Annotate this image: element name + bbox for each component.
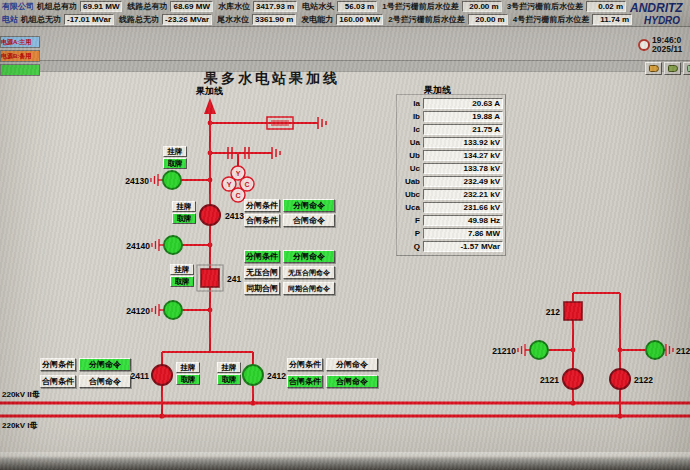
panel-label: F bbox=[399, 216, 423, 225]
metric-value: -17.01 MVar bbox=[64, 14, 114, 25]
close-command-2412[interactable]: 合闸命令 bbox=[326, 375, 378, 388]
panel-label: Ic bbox=[399, 125, 423, 134]
status-row-1: 有限公司 机组总有功 69.91 MW 线路总有功 68.69 MW 水库水位 … bbox=[0, 0, 690, 13]
untag-button-24130[interactable]: 取牌 bbox=[163, 158, 187, 169]
open-condition-2411[interactable]: 分闸条件 bbox=[40, 358, 76, 371]
panel-value: 7.86 MW bbox=[423, 228, 503, 239]
metric-label: 1号拦污栅前后水位差 bbox=[382, 1, 458, 12]
metric-value: 0.02 m bbox=[586, 1, 626, 12]
earth-switch-21210[interactable] bbox=[530, 341, 548, 359]
metric-label: 尾水水位 bbox=[217, 14, 249, 25]
label-2122: 2122 bbox=[634, 375, 653, 385]
earth-switch-21220[interactable] bbox=[646, 341, 664, 359]
open-condition-241[interactable]: 分闸条件 bbox=[244, 250, 280, 263]
earth-switch-24120[interactable] bbox=[164, 301, 182, 319]
earth-switch-24130[interactable] bbox=[163, 171, 181, 189]
panel-label: Q bbox=[399, 242, 423, 251]
svg-text:C: C bbox=[235, 192, 240, 199]
sync-close-condition-241[interactable]: 同期合闸 bbox=[244, 282, 280, 295]
open-command-2412[interactable]: 分闸命令 bbox=[326, 358, 378, 371]
open-condition-2413[interactable]: 分闸条件 bbox=[244, 199, 280, 212]
label-241: 241 bbox=[227, 274, 241, 284]
metric-label: 发电能力 bbox=[301, 14, 333, 25]
novolt-close-condition-241[interactable]: 无压合闸 bbox=[244, 266, 280, 279]
untag-button-241[interactable]: 取牌 bbox=[170, 276, 194, 287]
tag-button-2413[interactable]: 挂牌 bbox=[172, 201, 196, 212]
panel-row: Uab232.49 kV bbox=[399, 175, 503, 188]
metric-value: 69.91 MW bbox=[80, 1, 122, 12]
disconnector-2121[interactable] bbox=[563, 369, 583, 389]
panel-row: Ub134.27 kV bbox=[399, 149, 503, 162]
metric-label: 电站水头 bbox=[302, 1, 334, 12]
open-command-241[interactable]: 分闸命令 bbox=[283, 250, 335, 263]
panel-value: 49.98 Hz bbox=[423, 215, 503, 226]
panel-row: Uc133.78 kV bbox=[399, 162, 503, 175]
feeder-label: 果加线 bbox=[196, 85, 223, 98]
label-2121: 2121 bbox=[537, 375, 559, 385]
tag-button-2412[interactable]: 挂牌 bbox=[217, 362, 241, 373]
open-command-2413[interactable]: 分闸命令 bbox=[283, 199, 335, 212]
status-row-2: 电站 机组总无功 -17.01 MVar 线路总无功 -23.26 MVar 尾… bbox=[0, 13, 690, 26]
clock-icon bbox=[638, 39, 650, 51]
bus-ii-label: 220kV II母 bbox=[2, 389, 40, 400]
metric-label: 机组总有功 bbox=[37, 1, 77, 12]
panel-value: 133.92 kV bbox=[423, 137, 503, 148]
open-condition-2412[interactable]: 分闸条件 bbox=[287, 358, 323, 371]
untag-button-2413[interactable]: 取牌 bbox=[172, 213, 196, 224]
metric-label: 线路总无功 bbox=[119, 14, 159, 25]
label-24130: 24130 bbox=[119, 176, 149, 186]
label-21220: 21220 bbox=[676, 346, 690, 356]
sync-close-command-241[interactable]: 同期合闸命令 bbox=[283, 282, 335, 295]
untag-button-2412[interactable]: 取牌 bbox=[217, 374, 241, 385]
panel-value: 232.21 kV bbox=[423, 189, 503, 200]
panel-row: Uca231.66 kV bbox=[399, 201, 503, 214]
label-2412: 2412 bbox=[267, 371, 286, 381]
novolt-close-command-241[interactable]: 无压合闸命令 bbox=[283, 266, 335, 279]
status-bar: 有限公司 机组总有功 69.91 MW 线路总有功 68.69 MW 水库水位 … bbox=[0, 0, 690, 27]
open-command-2411[interactable]: 分闸命令 bbox=[79, 358, 131, 371]
close-condition-2411[interactable]: 合闸条件 bbox=[40, 375, 76, 388]
panel-value: 19.88 A bbox=[423, 111, 503, 122]
feeder-arrow bbox=[204, 98, 216, 114]
panel-value: 21.75 A bbox=[423, 124, 503, 135]
metric-value: 11.74 m bbox=[592, 14, 632, 25]
metric-value: 68.69 MW bbox=[170, 1, 212, 12]
panel-label: Uc bbox=[399, 164, 423, 173]
disconnector-2412[interactable] bbox=[243, 365, 263, 385]
panel-label: Ubc bbox=[399, 190, 423, 199]
label-24120: 24120 bbox=[120, 306, 150, 316]
breaker-241[interactable] bbox=[201, 269, 219, 287]
metric-label: 机组总无功 bbox=[21, 14, 61, 25]
bus-i-label: 220kV I母 bbox=[2, 420, 38, 431]
disconnector-2413[interactable] bbox=[200, 205, 220, 225]
close-condition-2413[interactable]: 合闸条件 bbox=[244, 214, 280, 227]
panel-row: Ubc232.21 kV bbox=[399, 188, 503, 201]
metric-label: 2号拦污栅前后水位差 bbox=[388, 14, 464, 25]
disconnector-2411[interactable] bbox=[152, 365, 172, 385]
svg-text:Y: Y bbox=[236, 170, 241, 177]
panel-row: P7.86 MW bbox=[399, 227, 503, 240]
panel-value: 134.27 kV bbox=[423, 150, 503, 161]
svg-text:C: C bbox=[244, 181, 249, 188]
panel-label: Ua bbox=[399, 138, 423, 147]
close-command-2411[interactable]: 合闸命令 bbox=[79, 375, 131, 388]
disconnector-2122[interactable] bbox=[610, 369, 630, 389]
monitor-bezel bbox=[0, 452, 690, 470]
close-condition-2412[interactable]: 合闸条件 bbox=[287, 375, 323, 388]
label-212: 212 bbox=[538, 307, 560, 317]
label-21210: 21210 bbox=[486, 346, 516, 356]
tag-button-2411[interactable]: 挂牌 bbox=[176, 362, 200, 373]
label-2413: 2413 bbox=[225, 211, 244, 221]
tag-button-24130[interactable]: 挂牌 bbox=[163, 146, 187, 157]
pt-cluster-letters: Y Y C C bbox=[227, 170, 250, 199]
panel-label: P bbox=[399, 229, 423, 238]
close-command-2413[interactable]: 合闸命令 bbox=[283, 214, 335, 227]
panel-label: Ib bbox=[399, 112, 423, 121]
label-24140: 24140 bbox=[120, 241, 150, 251]
tag-button-241[interactable]: 挂牌 bbox=[170, 264, 194, 275]
earth-switch-24140[interactable] bbox=[164, 236, 182, 254]
breaker-212[interactable] bbox=[564, 302, 582, 320]
single-line-diagram: Y Y C C bbox=[0, 60, 690, 452]
untag-button-2411[interactable]: 取牌 bbox=[176, 374, 200, 385]
logo-text-bottom: HYDRO bbox=[630, 15, 690, 26]
